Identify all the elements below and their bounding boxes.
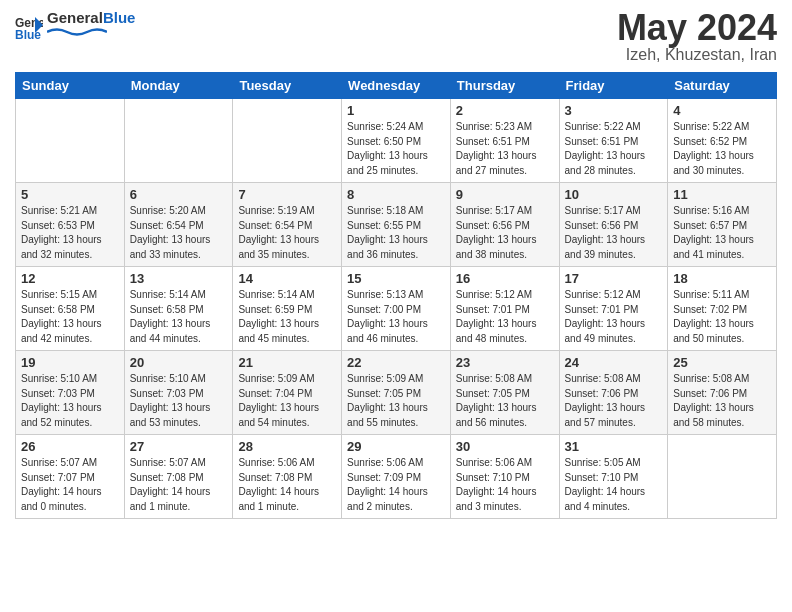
day-number: 4 bbox=[673, 103, 771, 118]
table-cell: 18Sunrise: 5:11 AM Sunset: 7:02 PM Dayli… bbox=[668, 267, 777, 351]
logo-wave bbox=[47, 25, 107, 39]
day-number: 25 bbox=[673, 355, 771, 370]
day-info: Sunrise: 5:16 AM Sunset: 6:57 PM Dayligh… bbox=[673, 204, 771, 262]
header-wednesday: Wednesday bbox=[342, 73, 451, 99]
week-row-1: 5Sunrise: 5:21 AM Sunset: 6:53 PM Daylig… bbox=[16, 183, 777, 267]
day-info: Sunrise: 5:12 AM Sunset: 7:01 PM Dayligh… bbox=[456, 288, 554, 346]
month-year: May 2024 bbox=[617, 10, 777, 46]
table-cell: 6Sunrise: 5:20 AM Sunset: 6:54 PM Daylig… bbox=[124, 183, 233, 267]
header-thursday: Thursday bbox=[450, 73, 559, 99]
table-cell bbox=[124, 99, 233, 183]
day-info: Sunrise: 5:22 AM Sunset: 6:51 PM Dayligh… bbox=[565, 120, 663, 178]
day-number: 15 bbox=[347, 271, 445, 286]
day-number: 27 bbox=[130, 439, 228, 454]
day-info: Sunrise: 5:19 AM Sunset: 6:54 PM Dayligh… bbox=[238, 204, 336, 262]
table-cell: 9Sunrise: 5:17 AM Sunset: 6:56 PM Daylig… bbox=[450, 183, 559, 267]
day-number: 19 bbox=[21, 355, 119, 370]
logo-blue: Blue bbox=[103, 9, 136, 26]
week-row-2: 12Sunrise: 5:15 AM Sunset: 6:58 PM Dayli… bbox=[16, 267, 777, 351]
day-number: 2 bbox=[456, 103, 554, 118]
day-info: Sunrise: 5:09 AM Sunset: 7:05 PM Dayligh… bbox=[347, 372, 445, 430]
logo-icon: General Blue bbox=[15, 13, 43, 41]
day-number: 29 bbox=[347, 439, 445, 454]
table-cell: 8Sunrise: 5:18 AM Sunset: 6:55 PM Daylig… bbox=[342, 183, 451, 267]
day-info: Sunrise: 5:06 AM Sunset: 7:08 PM Dayligh… bbox=[238, 456, 336, 514]
day-info: Sunrise: 5:08 AM Sunset: 7:06 PM Dayligh… bbox=[673, 372, 771, 430]
day-info: Sunrise: 5:10 AM Sunset: 7:03 PM Dayligh… bbox=[21, 372, 119, 430]
day-number: 22 bbox=[347, 355, 445, 370]
header-tuesday: Tuesday bbox=[233, 73, 342, 99]
day-info: Sunrise: 5:14 AM Sunset: 6:59 PM Dayligh… bbox=[238, 288, 336, 346]
day-number: 3 bbox=[565, 103, 663, 118]
table-cell: 17Sunrise: 5:12 AM Sunset: 7:01 PM Dayli… bbox=[559, 267, 668, 351]
table-cell: 11Sunrise: 5:16 AM Sunset: 6:57 PM Dayli… bbox=[668, 183, 777, 267]
table-cell bbox=[233, 99, 342, 183]
day-number: 14 bbox=[238, 271, 336, 286]
calendar-table: Sunday Monday Tuesday Wednesday Thursday… bbox=[15, 72, 777, 519]
day-info: Sunrise: 5:18 AM Sunset: 6:55 PM Dayligh… bbox=[347, 204, 445, 262]
day-info: Sunrise: 5:11 AM Sunset: 7:02 PM Dayligh… bbox=[673, 288, 771, 346]
table-cell: 12Sunrise: 5:15 AM Sunset: 6:58 PM Dayli… bbox=[16, 267, 125, 351]
day-info: Sunrise: 5:06 AM Sunset: 7:10 PM Dayligh… bbox=[456, 456, 554, 514]
table-cell: 21Sunrise: 5:09 AM Sunset: 7:04 PM Dayli… bbox=[233, 351, 342, 435]
day-info: Sunrise: 5:20 AM Sunset: 6:54 PM Dayligh… bbox=[130, 204, 228, 262]
table-cell: 31Sunrise: 5:05 AM Sunset: 7:10 PM Dayli… bbox=[559, 435, 668, 519]
day-number: 23 bbox=[456, 355, 554, 370]
day-info: Sunrise: 5:14 AM Sunset: 6:58 PM Dayligh… bbox=[130, 288, 228, 346]
table-cell bbox=[668, 435, 777, 519]
table-cell: 15Sunrise: 5:13 AM Sunset: 7:00 PM Dayli… bbox=[342, 267, 451, 351]
day-number: 6 bbox=[130, 187, 228, 202]
day-number: 11 bbox=[673, 187, 771, 202]
day-number: 13 bbox=[130, 271, 228, 286]
week-row-4: 26Sunrise: 5:07 AM Sunset: 7:07 PM Dayli… bbox=[16, 435, 777, 519]
location: Izeh, Khuzestan, Iran bbox=[617, 46, 777, 64]
table-cell: 24Sunrise: 5:08 AM Sunset: 7:06 PM Dayli… bbox=[559, 351, 668, 435]
day-info: Sunrise: 5:17 AM Sunset: 6:56 PM Dayligh… bbox=[456, 204, 554, 262]
day-number: 26 bbox=[21, 439, 119, 454]
day-info: Sunrise: 5:23 AM Sunset: 6:51 PM Dayligh… bbox=[456, 120, 554, 178]
day-number: 16 bbox=[456, 271, 554, 286]
day-info: Sunrise: 5:15 AM Sunset: 6:58 PM Dayligh… bbox=[21, 288, 119, 346]
day-info: Sunrise: 5:08 AM Sunset: 7:05 PM Dayligh… bbox=[456, 372, 554, 430]
table-cell: 3Sunrise: 5:22 AM Sunset: 6:51 PM Daylig… bbox=[559, 99, 668, 183]
table-cell: 1Sunrise: 5:24 AM Sunset: 6:50 PM Daylig… bbox=[342, 99, 451, 183]
table-cell: 26Sunrise: 5:07 AM Sunset: 7:07 PM Dayli… bbox=[16, 435, 125, 519]
day-info: Sunrise: 5:05 AM Sunset: 7:10 PM Dayligh… bbox=[565, 456, 663, 514]
header: General Blue GeneralBlue May 2024 Izeh, … bbox=[15, 10, 777, 64]
day-info: Sunrise: 5:08 AM Sunset: 7:06 PM Dayligh… bbox=[565, 372, 663, 430]
table-cell: 28Sunrise: 5:06 AM Sunset: 7:08 PM Dayli… bbox=[233, 435, 342, 519]
day-number: 31 bbox=[565, 439, 663, 454]
header-sunday: Sunday bbox=[16, 73, 125, 99]
day-info: Sunrise: 5:22 AM Sunset: 6:52 PM Dayligh… bbox=[673, 120, 771, 178]
day-info: Sunrise: 5:07 AM Sunset: 7:07 PM Dayligh… bbox=[21, 456, 119, 514]
day-info: Sunrise: 5:10 AM Sunset: 7:03 PM Dayligh… bbox=[130, 372, 228, 430]
day-info: Sunrise: 5:09 AM Sunset: 7:04 PM Dayligh… bbox=[238, 372, 336, 430]
day-number: 8 bbox=[347, 187, 445, 202]
logo-general: General bbox=[47, 9, 103, 26]
logo: General Blue GeneralBlue bbox=[15, 10, 135, 43]
page: General Blue GeneralBlue May 2024 Izeh, … bbox=[0, 0, 792, 612]
table-cell: 13Sunrise: 5:14 AM Sunset: 6:58 PM Dayli… bbox=[124, 267, 233, 351]
day-number: 24 bbox=[565, 355, 663, 370]
table-cell: 22Sunrise: 5:09 AM Sunset: 7:05 PM Dayli… bbox=[342, 351, 451, 435]
header-monday: Monday bbox=[124, 73, 233, 99]
day-number: 30 bbox=[456, 439, 554, 454]
day-number: 21 bbox=[238, 355, 336, 370]
day-info: Sunrise: 5:07 AM Sunset: 7:08 PM Dayligh… bbox=[130, 456, 228, 514]
table-cell: 14Sunrise: 5:14 AM Sunset: 6:59 PM Dayli… bbox=[233, 267, 342, 351]
table-cell: 7Sunrise: 5:19 AM Sunset: 6:54 PM Daylig… bbox=[233, 183, 342, 267]
day-number: 10 bbox=[565, 187, 663, 202]
table-cell: 30Sunrise: 5:06 AM Sunset: 7:10 PM Dayli… bbox=[450, 435, 559, 519]
table-cell: 23Sunrise: 5:08 AM Sunset: 7:05 PM Dayli… bbox=[450, 351, 559, 435]
day-number: 17 bbox=[565, 271, 663, 286]
day-number: 9 bbox=[456, 187, 554, 202]
table-cell: 20Sunrise: 5:10 AM Sunset: 7:03 PM Dayli… bbox=[124, 351, 233, 435]
day-number: 1 bbox=[347, 103, 445, 118]
header-friday: Friday bbox=[559, 73, 668, 99]
day-info: Sunrise: 5:13 AM Sunset: 7:00 PM Dayligh… bbox=[347, 288, 445, 346]
week-row-3: 19Sunrise: 5:10 AM Sunset: 7:03 PM Dayli… bbox=[16, 351, 777, 435]
svg-text:Blue: Blue bbox=[15, 28, 41, 41]
title-section: May 2024 Izeh, Khuzestan, Iran bbox=[617, 10, 777, 64]
weekday-header-row: Sunday Monday Tuesday Wednesday Thursday… bbox=[16, 73, 777, 99]
day-number: 18 bbox=[673, 271, 771, 286]
